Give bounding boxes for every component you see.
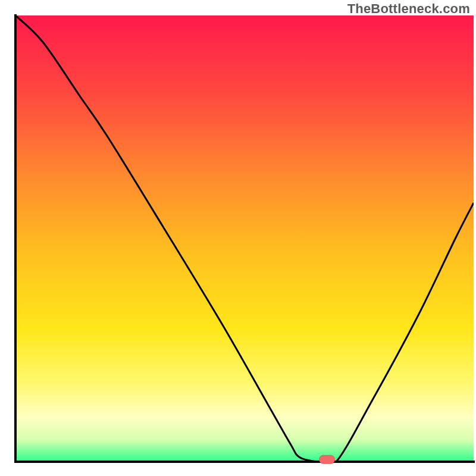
bottleneck-chart: TheBottleneck.com [0,0,476,476]
watermark-text: TheBottleneck.com [347,1,470,17]
optimal-point-marker [320,455,335,464]
plot-background [15,15,474,462]
chart-svg [0,0,476,476]
